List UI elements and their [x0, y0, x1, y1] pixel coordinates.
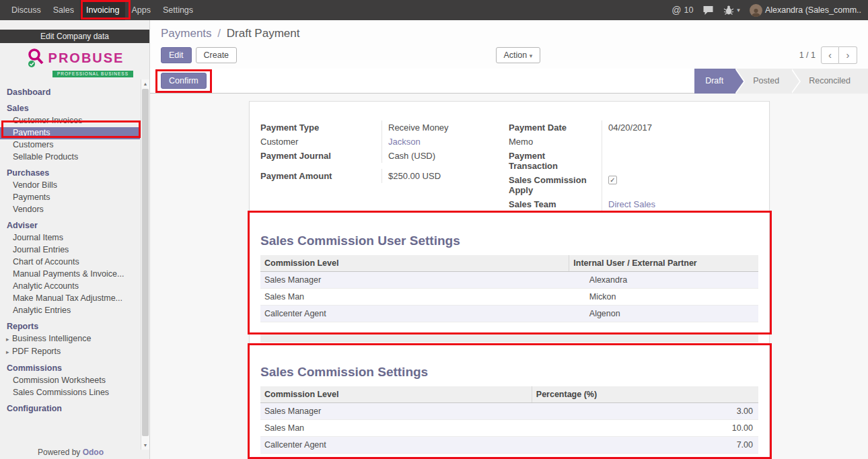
user-menu[interactable]: Alexandra (Sales_comm..	[750, 4, 861, 17]
user-cell[interactable]: Algenon	[569, 306, 758, 322]
sidebar-item-label: PDF Reports	[12, 347, 61, 356]
chat-bubble-icon	[702, 5, 714, 15]
sidebar-item-commission-worksheets[interactable]: Commission Worksheets	[0, 375, 140, 387]
user-cell[interactable]: Mickon	[569, 289, 758, 306]
payment-transaction-value	[602, 149, 758, 173]
odoo-link[interactable]: Odoo	[83, 448, 104, 457]
sidebar-item-analytic-accounts[interactable]: Analytic Accounts	[0, 281, 140, 293]
mention-count: 10	[684, 5, 693, 15]
pager-next-button[interactable]: ›	[839, 46, 857, 64]
confirm-button[interactable]: Confirm	[161, 73, 207, 89]
sidebar-item-customers[interactable]: Customers	[0, 139, 140, 151]
pager-count: 1 / 1	[799, 50, 816, 60]
field-payment-type: Payment Type Receive Money	[260, 120, 509, 135]
scroll-down-icon[interactable]: ▼	[141, 441, 149, 450]
sidebar-item-business-intelligence[interactable]: ▸Business Intelligence	[0, 333, 140, 346]
commission-level-cell[interactable]: Sales Manager	[260, 403, 532, 420]
table-row[interactable]: Sales Man 10.00	[260, 420, 758, 437]
menu-sales[interactable]: Sales	[47, 0, 80, 20]
table-row[interactable]: Sales Manager 3.00	[260, 403, 758, 420]
sidebar-item-vendor-bills[interactable]: Vendor Bills	[0, 180, 140, 192]
avatar	[750, 4, 762, 17]
payment-type-value: Receive Money	[382, 120, 509, 135]
sidebar-section-configuration[interactable]: Configuration	[0, 403, 140, 415]
form-left-column: Payment Type Receive Money Customer Jack…	[260, 120, 509, 211]
sidebar-item-manual-payments[interactable]: Manual Payments & Invoice...	[0, 269, 140, 281]
messages-button[interactable]	[702, 5, 714, 15]
column-header-percentage[interactable]: Percentage (%)	[532, 386, 758, 403]
magnifier-logo-icon	[26, 47, 47, 69]
sidebar-section-commissions[interactable]: Commissions	[0, 363, 140, 375]
create-button[interactable]: Create	[196, 47, 238, 63]
sidebar-item-sales-commissions-lines[interactable]: Sales Commissions Lines	[0, 387, 140, 399]
commission-level-cell[interactable]: Sales Man	[260, 289, 569, 306]
table-row[interactable]: Callcenter Agent 7.00	[260, 437, 758, 454]
commission-level-cell[interactable]: Sales Man	[260, 420, 532, 437]
user-cell[interactable]: Alexandra	[569, 272, 758, 289]
payment-journal-value: Cash (USD)	[382, 149, 509, 163]
field-label: Sales Team	[509, 197, 602, 211]
percentage-cell[interactable]: 7.00	[532, 437, 758, 454]
sidebar-section-reports[interactable]: Reports	[0, 321, 140, 333]
sidebar-item-tax-adjustments[interactable]: Make Manual Tax Adjustme...	[0, 293, 140, 305]
scroll-up-icon[interactable]: ▲	[141, 79, 149, 88]
commission-level-cell[interactable]: Callcenter Agent	[260, 437, 532, 454]
sidebar-item-customer-invoices[interactable]: Customer Invoices	[0, 115, 140, 127]
scrollbar-thumb[interactable]	[142, 89, 149, 436]
commission-level-cell[interactable]: Callcenter Agent	[260, 306, 569, 322]
sidebar-section-purchases[interactable]: Purchases	[0, 168, 140, 180]
pager-previous-button[interactable]: ‹	[821, 46, 839, 64]
sidebar-item-sellable-products[interactable]: Sellable Products	[0, 151, 140, 164]
table-row[interactable]: Callcenter Agent Algenon	[260, 306, 758, 322]
user-settings-title: Sales Commission User Settings	[260, 234, 758, 248]
field-payment-journal: Payment Journal Cash (USD)	[260, 149, 509, 163]
sidebar-item-chart-of-accounts[interactable]: Chart of Accounts	[0, 256, 140, 269]
field-payment-date: Payment Date 04/20/2017	[509, 120, 758, 135]
percentage-cell[interactable]: 10.00	[532, 420, 758, 437]
table-row[interactable]: Sales Man Mickon	[260, 289, 758, 306]
edit-company-button[interactable]: Edit Company data	[0, 30, 149, 43]
sidebar-item-pdf-reports[interactable]: ▸PDF Reports	[0, 346, 140, 359]
field-label: Payment Type	[260, 120, 382, 135]
column-header-internal-user[interactable]: Internal User / External Partner	[569, 255, 758, 272]
expand-arrow-icon: ▸	[6, 335, 12, 344]
status-step-draft[interactable]: Draft	[694, 69, 735, 94]
sidebar-section-adviser[interactable]: Adviser	[0, 220, 140, 232]
sidebar-section-sales[interactable]: Sales	[0, 103, 140, 115]
debug-menu-button[interactable]: ▾	[723, 5, 740, 15]
edit-button[interactable]: Edit	[161, 47, 192, 63]
percentage-cell[interactable]: 3.00	[532, 403, 758, 420]
form-gap	[260, 163, 509, 169]
sales-team-link[interactable]: Direct Sales	[608, 199, 655, 209]
table-row[interactable]: Sales Manager Alexandra	[260, 272, 758, 289]
menu-settings[interactable]: Settings	[157, 0, 199, 20]
at-icon: @	[672, 5, 681, 15]
company-logo[interactable]: PROBUSE PROFESSIONAL BUSINESS	[0, 43, 149, 79]
sidebar-item-journal-items[interactable]: Journal Items	[0, 232, 140, 244]
status-step-reconciled[interactable]: Reconciled	[791, 69, 868, 94]
sidebar-item-analytic-entries[interactable]: Analytic Entries	[0, 305, 140, 317]
menu-invoicing[interactable]: Invoicing	[80, 0, 125, 20]
breadcrumb-payments-link[interactable]: Payments	[161, 27, 212, 40]
breadcrumb: Payments / Draft Payment	[161, 27, 299, 40]
main-area: Payments / Draft Payment Edit Create Act…	[150, 20, 868, 459]
sidebar-section-dashboard[interactable]: Dashboard	[0, 87, 140, 99]
form-view-content: Payment Type Receive Money Customer Jack…	[150, 94, 868, 459]
sidebar-item-journal-entries[interactable]: Journal Entries	[0, 244, 140, 256]
menu-discuss[interactable]: Discuss	[5, 0, 47, 20]
sales-commission-apply-checkbox[interactable]: ✓	[608, 176, 617, 184]
commission-settings-table: Commission Level Percentage (%) Sales Ma…	[260, 386, 758, 454]
column-header-commission-level[interactable]: Commission Level	[260, 386, 532, 403]
column-header-commission-level[interactable]: Commission Level	[260, 255, 569, 272]
mentions-counter[interactable]: @ 10	[672, 5, 693, 15]
sidebar-item-vendors[interactable]: Vendors	[0, 204, 140, 216]
commission-level-cell[interactable]: Sales Manager	[260, 272, 569, 289]
customer-link[interactable]: Jackson	[388, 137, 421, 147]
action-dropdown-button[interactable]: Action ▾	[496, 47, 541, 63]
field-label: Payment Journal	[260, 149, 382, 163]
sidebar-item-payments[interactable]: Payments	[0, 127, 140, 139]
sidebar-scrollbar[interactable]: ▲ ▼	[141, 79, 149, 450]
menu-apps[interactable]: Apps	[125, 0, 157, 20]
memo-value	[602, 135, 758, 149]
sidebar-item-purchase-payments[interactable]: Payments	[0, 192, 140, 204]
